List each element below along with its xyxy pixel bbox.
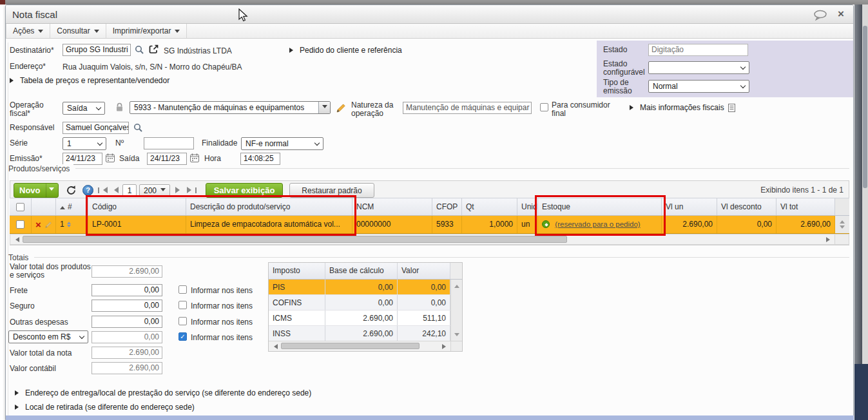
estoque-header-cell[interactable]: Estoque [538, 198, 662, 215]
tabela-precos-disclosure[interactable]: Tabela de preços e representante/vendedo… [10, 76, 169, 85]
consumidor-final-checkbox[interactable] [540, 103, 548, 111]
valor-header-cell[interactable]: Valor [398, 263, 450, 279]
salvar-exibicao-button[interactable]: Salvar exibição [206, 183, 283, 198]
seguro-input[interactable]: 0,00 [92, 300, 162, 312]
frete-informar-checkbox[interactable] [178, 285, 187, 294]
row-scroll-spinner[interactable] [835, 216, 849, 233]
menu-imprimir-exportar[interactable]: Imprimir/exportar [106, 24, 188, 38]
scrollbar-thumb[interactable] [281, 343, 420, 349]
calendar-icon[interactable] [190, 153, 199, 162]
destinatario-input[interactable]: Grupo SG Industri [63, 44, 131, 56]
base-calculo-header-cell[interactable]: Base de cálculo [325, 263, 398, 279]
operacao-tipo-select[interactable]: Saída [63, 102, 105, 115]
reorder-arrows[interactable] [67, 220, 71, 229]
pedido-cliente-disclosure[interactable]: Pedido do cliente e referência [289, 46, 402, 55]
scroll-down-icon[interactable] [840, 225, 845, 231]
saida-input[interactable]: 24/11/23 [147, 153, 187, 165]
unid-header-cell[interactable]: Unid [517, 198, 538, 215]
search-icon[interactable] [133, 123, 143, 133]
imposto-row-cofins[interactable]: COFINS 0,00 0,00 [269, 295, 462, 310]
emissao-input[interactable]: 24/11/23 [63, 153, 102, 165]
row-vlun-cell[interactable]: 2.690,00 [662, 216, 717, 233]
page-size-select[interactable]: 200 [139, 184, 170, 197]
scroll-left-button[interactable] [10, 234, 21, 244]
scroll-down-icon[interactable] [454, 333, 459, 339]
local-retirada-disclosure[interactable]: Local de retirada (se diferente do ender… [15, 403, 195, 412]
qt-header-cell[interactable]: Qt [462, 198, 517, 215]
browser-scrollbar-thumb[interactable] [863, 26, 867, 188]
seguro-informar-checkbox[interactable] [178, 301, 187, 309]
produto-table-row[interactable]: × 1 LP-0001 Limpeza de empacotadora auto… [10, 216, 849, 234]
imposto-row-inss[interactable]: INSS 2.690,00 242,10 [269, 326, 462, 341]
scroll-up-icon[interactable] [840, 218, 845, 224]
scroll-right-button[interactable] [439, 341, 450, 351]
help-button[interactable]: ? [82, 185, 93, 196]
search-icon[interactable] [135, 45, 144, 55]
num-header-cell[interactable]: # [56, 198, 88, 215]
open-external-icon[interactable] [149, 44, 159, 54]
first-page-button[interactable] [98, 187, 108, 193]
vldesconto-header-cell[interactable]: Vl desconto [717, 198, 776, 215]
menu-acoes[interactable]: Ações [6, 24, 50, 38]
move-down-icon[interactable] [67, 225, 71, 229]
operacao-cfop-combobox[interactable]: 5933 - Manutenção de máquinas e equipame… [130, 101, 331, 114]
estado-configuravel-select[interactable] [648, 61, 749, 74]
page-number-input[interactable]: 1 [122, 184, 137, 197]
calendar-icon[interactable] [106, 153, 115, 162]
edit-row-pencil-icon[interactable] [45, 221, 52, 229]
scrollbar-thumb[interactable] [23, 236, 567, 243]
scrollbar-track[interactable] [280, 341, 439, 351]
tipo-emissao-select[interactable]: Normal [648, 80, 749, 93]
impostos-v-scrollbar[interactable] [450, 280, 462, 341]
row-checkbox[interactable] [16, 220, 24, 229]
responsavel-input[interactable]: Samuel Gonçalves [63, 122, 129, 134]
scrollbar-track[interactable] [21, 234, 824, 244]
desconto-informar-checkbox[interactable] [178, 332, 187, 341]
row-vltot-cell[interactable]: 2.690,00 [776, 216, 835, 233]
move-up-icon[interactable] [67, 220, 71, 224]
prev-page-button[interactable] [111, 187, 119, 193]
menu-consultar[interactable]: Consultar [50, 24, 106, 38]
scroll-up-icon[interactable] [454, 282, 459, 288]
row-unid-cell[interactable]: un [517, 216, 538, 233]
select-all-checkbox[interactable] [16, 203, 24, 211]
refresh-button[interactable] [64, 184, 77, 196]
novo-button[interactable]: Novo [14, 183, 59, 198]
produtos-h-scrollbar[interactable] [10, 234, 849, 245]
endereco-entrega-disclosure[interactable]: Endereço de entrega/local de prestação d… [15, 388, 311, 397]
row-vldesconto-cell[interactable]: 0,00 [717, 216, 776, 233]
scroll-left-button[interactable] [269, 341, 280, 351]
vltot-header-cell[interactable]: Vl tot [776, 198, 835, 215]
next-page-button[interactable] [175, 187, 183, 193]
vlun-header-cell[interactable]: Vl un [662, 198, 717, 215]
outras-despesas-informar-checkbox[interactable] [178, 317, 187, 325]
mais-informacoes-disclosure[interactable]: Mais informações fiscais [630, 103, 735, 112]
hora-input[interactable]: 14:08:25 [240, 153, 280, 165]
close-icon[interactable]: × [838, 8, 844, 21]
row-cfop-cell[interactable]: 5933 [432, 216, 462, 233]
imposto-header-cell[interactable]: Imposto [269, 263, 325, 279]
imposto-row-pis[interactable]: PIS 0,00 0,00 [269, 280, 462, 295]
row-qt-cell[interactable]: 1,0000 [462, 216, 517, 233]
combobox-dropdown-button[interactable] [318, 102, 330, 113]
desconto-tipo-select[interactable]: Desconto em R$ [8, 330, 88, 343]
restaurar-padrao-button[interactable]: Restaurar padrão [289, 183, 374, 198]
numero-input[interactable] [144, 137, 194, 149]
frete-input[interactable]: 0,00 [92, 284, 162, 296]
codigo-header-cell[interactable]: Código [88, 198, 186, 215]
natureza-operacao-input[interactable]: Manutenção de máquinas e equipar [403, 102, 532, 114]
comments-icon[interactable] [813, 10, 827, 21]
edit-pencil-icon[interactable] [336, 104, 345, 113]
row-ncm-cell[interactable]: 00000000 [352, 216, 432, 233]
imposto-row-icms[interactable]: ICMS 2.690,00 511,10 [269, 310, 462, 326]
row-codigo-cell[interactable]: LP-0001 [88, 216, 186, 233]
cfop-header-cell[interactable]: CFOP [432, 198, 462, 215]
delete-row-icon[interactable]: × [35, 220, 41, 229]
last-page-button[interactable] [187, 187, 197, 193]
novo-dropdown-arrow[interactable] [46, 187, 57, 193]
impostos-h-scrollbar[interactable] [269, 341, 462, 351]
finalidade-select[interactable]: NF-e normal [241, 137, 323, 150]
outras-despesas-input[interactable]: 0,00 [92, 316, 162, 328]
estoque-reservado-link[interactable]: (reservado para o pedido) [555, 220, 640, 228]
descricao-header-cell[interactable]: Descrição do produto/serviço [186, 198, 352, 215]
